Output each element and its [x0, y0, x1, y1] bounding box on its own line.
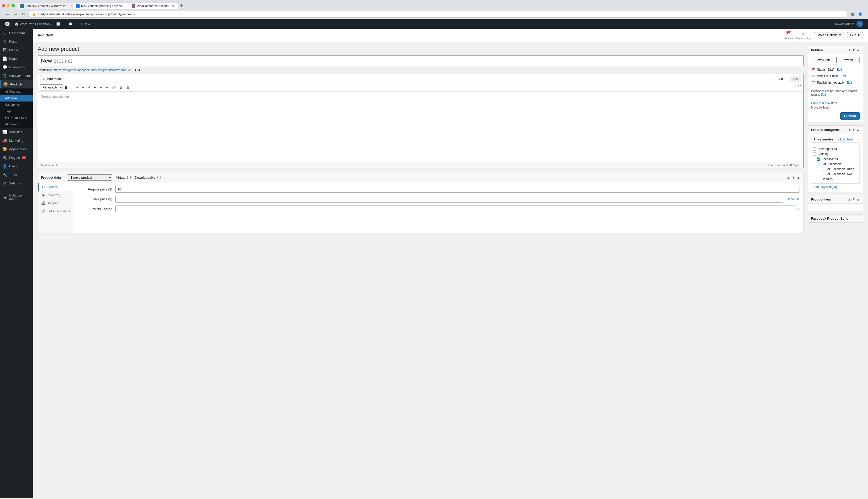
publish-timing-edit-link[interactable]: Edit — [847, 81, 852, 84]
sidebar-item-collapse[interactable]: ◀ Collapse menu — [0, 192, 33, 203]
publish-toggle-down[interactable]: ▼ — [852, 48, 855, 52]
bold-button[interactable]: B — [63, 85, 69, 90]
back-button[interactable]: ← — [4, 11, 11, 17]
virtual-option[interactable]: Virtual: — [116, 175, 131, 179]
minimize-dot[interactable] — [7, 4, 10, 7]
tags-toggle-up[interactable]: ▲ — [848, 197, 851, 201]
sidebar-item-comments[interactable]: 💬 Comments — [0, 63, 33, 71]
catalog-visibility-edit[interactable]: Edit — [821, 93, 826, 97]
activity-action[interactable]: 🚩 Activity — [784, 31, 793, 40]
address-bar[interactable]: 🔒 wordpress-facebook.ddev.site/wp-admin/… — [28, 11, 848, 17]
preview-button[interactable]: Preview — [836, 57, 860, 63]
points-earned-help-icon[interactable]: ? — [797, 207, 799, 211]
points-earned-input[interactable] — [115, 206, 795, 212]
paragraph-select[interactable]: Paragraph — [40, 84, 63, 90]
category-clothing-checkbox[interactable] — [813, 153, 816, 156]
browser-tab-1[interactable]: Add new product ‹ WordPress… ✕ — [17, 3, 72, 9]
most-used-tab[interactable]: Most Used — [836, 136, 855, 143]
table-button[interactable]: ⊞ — [125, 85, 131, 90]
profile-button[interactable]: 👤 — [857, 11, 864, 17]
extensions-button[interactable]: ⊞ — [850, 11, 856, 17]
product-tab-general[interactable]: ⚙ General — [38, 183, 73, 191]
howdy-link[interactable]: Howdy, admin A — [831, 21, 866, 27]
product-data-toggle-up[interactable]: ▲ — [786, 175, 790, 180]
fb-sync-box-header[interactable]: Facebook Product Sync — [808, 215, 863, 223]
sidebar-item-users[interactable]: 👤 Users — [0, 162, 33, 170]
sidebar-item-tools[interactable]: 🔧 Tools — [0, 170, 33, 179]
finish-setup-action[interactable]: ○ Finish setup — [796, 31, 811, 40]
sidebar-item-tags[interactable]: Tags — [0, 108, 33, 114]
more-button[interactable]: ⊞ — [118, 85, 124, 90]
align-left-button[interactable]: ≡ — [92, 85, 98, 90]
editor-body[interactable]: Product description — [38, 92, 804, 162]
schedule-link[interactable]: Schedule — [787, 197, 799, 201]
category-for-facebook-checkbox[interactable] — [817, 162, 820, 166]
wp-logo-link[interactable]: W — [2, 19, 12, 29]
tab-visual[interactable]: Visual — [776, 76, 790, 82]
screen-options-button[interactable]: Screen Options ▼ — [814, 32, 844, 38]
tags-collapse[interactable]: ▲ — [856, 197, 860, 201]
sidebar-item-products[interactable]: 📦 Products — [0, 80, 33, 88]
categories-toggle-down[interactable]: ▼ — [852, 127, 855, 132]
updates-link[interactable]: 🔄 8 — [54, 19, 66, 29]
add-new-category-link[interactable]: + Add new category — [811, 184, 860, 189]
sidebar-item-woocommerce[interactable]: 🛒 WooCommerce — [0, 71, 33, 80]
save-draft-button[interactable]: Save Draft — [811, 57, 834, 63]
permalink-edit-button[interactable]: Edit — [133, 68, 142, 72]
sidebar-item-all-products[interactable]: All Products — [0, 88, 33, 95]
product-title-input[interactable] — [38, 55, 804, 66]
browser-tab-3[interactable]: WooCommerce Account ✕ — [128, 3, 177, 9]
sidebar-item-fb-product-sets[interactable]: FB Product Sets — [0, 114, 33, 121]
sidebar-item-plugins[interactable]: 🔌 Plugins 4 — [0, 153, 33, 162]
comments-link[interactable]: 💬 0 — [66, 19, 78, 29]
forward-button[interactable]: → — [12, 11, 19, 17]
permalink-link[interactable]: https://wordpress-facebook.ddev.site/pro… — [53, 68, 132, 72]
site-name-link[interactable]: 🏠 WordPress-Facebook — [12, 19, 54, 29]
sidebar-item-dashboard[interactable]: ⊞ Dashboard — [0, 29, 33, 37]
product-data-close[interactable]: ▲ — [796, 175, 801, 180]
close-dot[interactable] — [2, 4, 5, 7]
categories-collapse[interactable]: ▲ — [856, 127, 860, 132]
categories-box-header[interactable]: Product categories ▲ ▼ ▲ — [808, 126, 863, 134]
expand-button[interactable]: ⛶ — [797, 85, 802, 90]
virtual-checkbox[interactable] — [127, 176, 131, 179]
category-for-facebook-two-checkbox[interactable] — [821, 173, 824, 176]
sidebar-item-posts[interactable]: ✎ Posts — [0, 37, 33, 46]
publish-box-header[interactable]: Publish ▲ ▼ ▲ — [808, 46, 863, 54]
new-content-link[interactable]: + New — [78, 19, 92, 29]
sidebar-item-marketing[interactable]: 📣 Marketing — [0, 136, 33, 145]
add-media-button[interactable]: ⊕ Add Media — [40, 75, 65, 82]
visibility-edit-link[interactable]: Edit — [841, 74, 846, 78]
align-right-button[interactable]: ≡ — [104, 85, 110, 90]
publish-collapse[interactable]: ▲ — [856, 48, 860, 52]
category-uncategorized-checkbox[interactable] — [813, 147, 816, 151]
downloadable-option[interactable]: Downloadable: — [135, 175, 161, 179]
regular-price-input[interactable] — [115, 186, 799, 193]
category-hoodies-checkbox[interactable] — [817, 178, 820, 181]
categories-toggle-up[interactable]: ▲ — [848, 127, 851, 132]
expand-dot[interactable] — [12, 4, 15, 7]
refresh-button[interactable]: ↻ — [20, 11, 26, 17]
product-type-select[interactable]: Simple product Variable product Grouped … — [67, 174, 112, 181]
category-accessories-checkbox[interactable] — [817, 158, 820, 161]
link-button[interactable]: 🔗 — [110, 85, 117, 90]
downloadable-checkbox[interactable] — [158, 176, 161, 179]
status-edit-link[interactable]: Edit — [836, 68, 842, 71]
sidebar-item-pages[interactable]: 📄 Pages — [0, 54, 33, 63]
align-center-button[interactable]: ≡ — [98, 85, 104, 90]
sidebar-item-attributes[interactable]: Attributes — [0, 121, 33, 127]
blockquote-button[interactable]: ❝ — [86, 85, 92, 90]
sidebar-item-appearance[interactable]: 🎨 Appearance — [0, 145, 33, 153]
product-tab-linked-products[interactable]: 🔗 Linked Products — [38, 207, 73, 215]
category-for-facebook-three-checkbox[interactable] — [821, 168, 824, 171]
browser-tab-2[interactable]: New variable product | Facebo… ✕ — [73, 3, 128, 9]
new-tab-button[interactable]: + — [178, 2, 185, 9]
sidebar-item-categories[interactable]: Categories — [0, 101, 33, 108]
unordered-list-button[interactable]: ≡ — [75, 85, 80, 90]
tab2-close[interactable]: ✕ — [127, 4, 128, 8]
sidebar-item-add-new[interactable]: Add New — [0, 95, 33, 101]
move-trash-link[interactable]: Move to Trash — [811, 105, 860, 110]
product-tab-inventory[interactable]: ◆ Inventory — [38, 191, 73, 199]
sidebar-item-settings[interactable]: ⚙ Settings — [0, 179, 33, 187]
publish-button[interactable]: Publish — [840, 112, 860, 120]
